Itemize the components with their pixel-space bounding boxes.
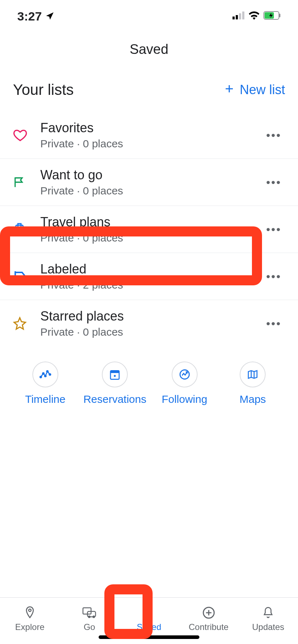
pin-icon — [24, 606, 36, 620]
more-options-button[interactable]: ••• — [262, 313, 285, 334]
suitcase-icon — [13, 222, 39, 236]
home-indicator — [99, 635, 199, 639]
new-list-button[interactable]: New list — [224, 81, 285, 99]
quick-action-label: Following — [162, 393, 207, 405]
svg-rect-5 — [279, 14, 280, 17]
svg-point-11 — [46, 371, 48, 372]
svg-point-12 — [49, 374, 50, 375]
quick-action-label: Timeline — [25, 393, 66, 405]
list-subtitle: Private · 0 places — [40, 138, 262, 150]
svg-point-17 — [28, 609, 31, 612]
list-text: Want to go Private · 0 places — [39, 167, 262, 197]
star-icon — [13, 317, 39, 330]
plus-icon — [224, 82, 235, 97]
list-item-labeled[interactable]: Labeled Private · 2 places ••• — [0, 253, 298, 300]
list-text: Labeled Private · 2 places — [39, 262, 262, 291]
status-time: 3:27 — [17, 9, 42, 23]
svg-rect-2 — [239, 13, 241, 19]
svg-rect-3 — [242, 12, 244, 19]
tab-label: Go — [83, 622, 95, 632]
quick-action-timeline[interactable]: Timeline — [13, 361, 78, 406]
more-options-button[interactable]: ••• — [262, 219, 285, 240]
tab-label: Updates — [252, 622, 284, 632]
list-title: Travel plans — [40, 215, 262, 230]
list-text: Starred places Private · 0 places — [39, 309, 262, 338]
tab-go[interactable]: Go — [60, 598, 119, 637]
tab-explore[interactable]: Explore — [0, 598, 60, 637]
cellular-signal-icon — [232, 12, 245, 21]
list-subtitle: Private · 0 places — [40, 326, 262, 338]
lists-container: Favorites Private · 0 places ••• Want to… — [0, 112, 298, 347]
map-icon — [240, 362, 266, 387]
heart-icon — [13, 128, 39, 142]
more-options-button[interactable]: ••• — [262, 172, 285, 193]
transit-icon — [82, 606, 96, 620]
list-item-travel-plans[interactable]: Travel plans Private · 0 places ••• — [0, 206, 298, 253]
more-horizontal-icon: ••• — [266, 270, 281, 283]
list-title: Want to go — [40, 167, 262, 183]
quick-action-reservations[interactable]: Reservations — [81, 361, 149, 406]
tab-label: Contribute — [189, 622, 229, 632]
quick-action-label: Maps — [240, 393, 266, 405]
plus-circle-icon — [202, 606, 215, 620]
list-text: Favorites Private · 0 places — [39, 120, 262, 150]
svg-rect-7 — [16, 225, 23, 235]
tab-saved[interactable]: Saved — [119, 598, 179, 637]
new-list-label: New list — [240, 82, 285, 97]
tab-updates[interactable]: Updates — [238, 598, 298, 637]
timeline-icon — [32, 362, 58, 387]
svg-point-10 — [45, 375, 46, 377]
bell-icon — [262, 606, 274, 620]
list-title: Starred places — [40, 309, 262, 324]
quick-action-maps[interactable]: Maps — [220, 361, 285, 406]
section-title: Your lists — [13, 81, 74, 98]
list-subtitle: Private · 0 places — [40, 232, 262, 244]
status-bar: 3:27 — [0, 0, 298, 32]
more-options-button[interactable]: ••• — [262, 266, 285, 287]
quick-action-following[interactable]: Following — [152, 361, 217, 406]
svg-point-20 — [89, 616, 90, 618]
tab-contribute[interactable]: Contribute — [179, 598, 239, 637]
more-horizontal-icon: ••• — [266, 129, 281, 142]
page-title: Saved — [0, 32, 298, 74]
calendar-icon — [102, 362, 128, 387]
status-indicators — [232, 11, 281, 21]
more-horizontal-icon: ••• — [266, 317, 281, 330]
list-text: Travel plans Private · 0 places — [39, 215, 262, 244]
battery-charging-icon — [263, 11, 281, 21]
wifi-icon — [248, 11, 260, 21]
flag-icon — [13, 176, 39, 189]
svg-point-9 — [42, 373, 44, 374]
svg-rect-14 — [110, 371, 119, 373]
status-time-group: 3:27 — [17, 9, 55, 23]
list-subtitle: Private · 0 places — [40, 185, 262, 197]
tab-label: Saved — [137, 622, 161, 632]
list-title: Labeled — [40, 262, 262, 277]
list-item-starred[interactable]: Starred places Private · 0 places ••• — [0, 300, 298, 347]
svg-point-8 — [40, 376, 41, 378]
more-options-button[interactable]: ••• — [262, 125, 285, 146]
svg-rect-0 — [232, 17, 235, 19]
quick-action-label: Reservations — [83, 393, 146, 405]
more-horizontal-icon: ••• — [266, 176, 281, 189]
section-header: Your lists New list — [0, 74, 298, 112]
list-item-want-to-go[interactable]: Want to go Private · 0 places ••• — [0, 158, 298, 206]
list-item-favorites[interactable]: Favorites Private · 0 places ••• — [0, 112, 298, 158]
label-icon — [13, 270, 39, 283]
trending-icon — [172, 362, 198, 387]
svg-point-21 — [93, 616, 95, 618]
tab-label: Explore — [15, 622, 44, 632]
list-subtitle: Private · 2 places — [40, 279, 262, 291]
list-title: Favorites — [40, 120, 262, 135]
more-horizontal-icon: ••• — [266, 223, 281, 236]
svg-rect-6 — [265, 12, 274, 19]
location-services-icon — [45, 9, 55, 23]
quick-actions-row: Timeline Reservations Following Maps — [0, 347, 298, 413]
svg-point-15 — [114, 375, 116, 377]
bookmark-icon — [144, 606, 154, 620]
svg-rect-1 — [236, 15, 238, 19]
